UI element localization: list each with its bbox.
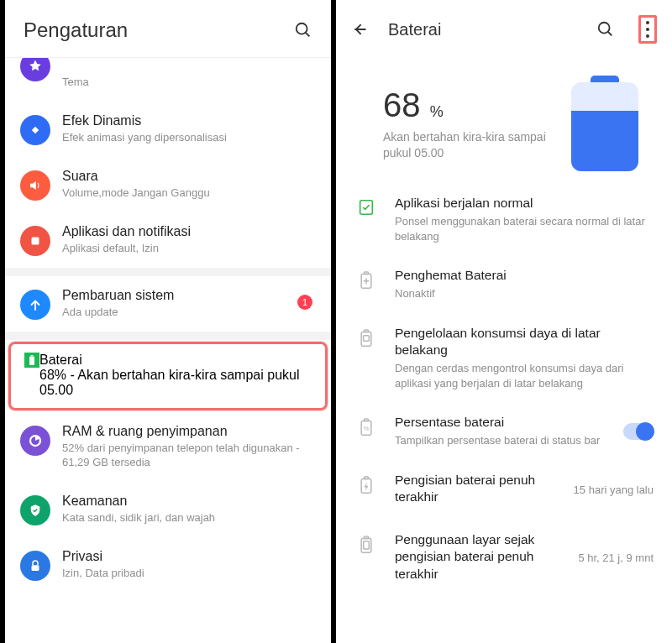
highlight-more-menu bbox=[638, 15, 657, 44]
item-subtitle: Izin, Data pribadi bbox=[62, 566, 307, 581]
highlight-baterai: Baterai 68% - Akan bertahan kira-kira sa… bbox=[8, 342, 328, 410]
update-icon bbox=[20, 290, 50, 320]
percent-toggle[interactable] bbox=[623, 423, 654, 440]
settings-item-suara[interactable]: Suara Volume,mode Jangan Ganggu bbox=[5, 157, 331, 212]
svg-line-9 bbox=[608, 32, 612, 36]
svg-rect-5 bbox=[31, 355, 34, 357]
svg-rect-3 bbox=[32, 237, 39, 244]
item-title: RAM & ruang penyimpanan bbox=[62, 424, 307, 439]
svg-text:%: % bbox=[364, 425, 370, 432]
svg-rect-15 bbox=[364, 336, 370, 342]
item-subtitle: Nonaktif bbox=[395, 286, 654, 301]
svg-rect-2 bbox=[32, 126, 39, 133]
battery-item-app-normal[interactable]: Aplikasi berjalan normal Ponsel mengguna… bbox=[336, 183, 672, 255]
item-subtitle: Tema bbox=[62, 75, 307, 90]
svg-rect-14 bbox=[365, 330, 369, 332]
item-title: Privasi bbox=[62, 549, 307, 564]
item-subtitle: Tampilkan persentase baterai di status b… bbox=[395, 433, 617, 448]
update-badge: 1 bbox=[297, 295, 312, 310]
item-subtitle: Volume,mode Jangan Ganggu bbox=[62, 186, 307, 201]
item-subtitle: Ada update bbox=[62, 305, 307, 320]
item-value: 15 hari yang lalu bbox=[574, 484, 654, 496]
item-subtitle: Dengan cerdas mengontrol konsumsi daya d… bbox=[395, 361, 654, 390]
item-title: Aplikasi dan notifikasi bbox=[62, 224, 307, 239]
item-subtitle: Aplikasi default, Izin bbox=[62, 241, 307, 256]
svg-rect-21 bbox=[361, 539, 371, 553]
settings-item-pembaruan[interactable]: Pembaruan sistem Ada update 1 bbox=[5, 276, 331, 332]
storage-icon bbox=[20, 426, 50, 456]
item-title: Keamanan bbox=[62, 494, 307, 509]
item-subtitle: Efek animasi yang dipersonalisasi bbox=[62, 130, 307, 145]
item-subtitle: Ponsel menggunakan baterai secara normal… bbox=[395, 214, 654, 243]
checklist-icon bbox=[354, 198, 378, 217]
section-gap bbox=[5, 268, 331, 276]
item-title: Aplikasi berjalan normal bbox=[395, 195, 654, 212]
item-title: Penggunaan layar sejak pengisian baterai… bbox=[395, 531, 571, 582]
item-title: Efek Dinamis bbox=[62, 113, 307, 128]
settings-item-privasi[interactable]: Privasi Izin, Data pribadi bbox=[5, 537, 331, 593]
svg-rect-12 bbox=[365, 272, 369, 274]
battery-charge-icon bbox=[354, 475, 378, 495]
settings-item-efek[interactable]: Efek Dinamis Efek animasi yang dipersona… bbox=[5, 102, 331, 157]
settings-header: Pengaturan bbox=[5, 0, 331, 57]
item-subtitle: 52% dari penyimpanan telepon telah digun… bbox=[62, 441, 307, 470]
page-title: Pengaturan bbox=[24, 18, 128, 42]
battery-graphic-icon bbox=[571, 76, 638, 171]
battery-item-pengelolaan[interactable]: Pengelolaan konsumsi daya di latar belak… bbox=[336, 313, 672, 402]
svg-rect-23 bbox=[364, 541, 370, 549]
svg-rect-22 bbox=[365, 536, 369, 539]
more-icon[interactable] bbox=[646, 21, 649, 38]
battery-item-persentase[interactable]: % Persentase baterai Tampilkan persentas… bbox=[336, 402, 672, 460]
search-icon[interactable] bbox=[596, 20, 615, 39]
security-icon bbox=[20, 495, 50, 525]
settings-item-aplikasi[interactable]: Aplikasi dan notifikasi Aplikasi default… bbox=[5, 212, 331, 268]
svg-point-0 bbox=[297, 24, 307, 34]
battery-screen: Baterai 68 % Akan bertahan kira-kira sam… bbox=[336, 0, 672, 643]
item-title: Penghemat Baterai bbox=[395, 267, 654, 284]
item-title: Pengelolaan konsumsi daya di latar belak… bbox=[395, 325, 654, 358]
privacy-icon bbox=[20, 551, 50, 581]
svg-rect-7 bbox=[32, 565, 39, 571]
search-icon[interactable] bbox=[294, 21, 312, 39]
battery-screen-icon bbox=[354, 535, 378, 555]
battery-plus-icon bbox=[354, 270, 378, 290]
apps-icon bbox=[20, 226, 50, 256]
settings-item-baterai[interactable]: Baterai 68% - Akan bertahan kira-kira sa… bbox=[24, 353, 312, 398]
battery-manage-icon bbox=[354, 328, 378, 348]
battery-header: Baterai bbox=[336, 0, 672, 55]
back-icon[interactable] bbox=[351, 21, 368, 38]
svg-rect-4 bbox=[29, 356, 34, 365]
item-title: Pengisian baterai penuh terakhir bbox=[395, 472, 567, 505]
item-title: Persentase baterai bbox=[395, 414, 617, 431]
item-subtitle: 68% - Akan bertahan kira-kira sampai puk… bbox=[39, 368, 312, 398]
page-title: Baterai bbox=[388, 20, 581, 39]
settings-screen: Pengaturan Tema Efek Dinamis Efek animas… bbox=[0, 0, 336, 643]
svg-line-1 bbox=[306, 33, 310, 37]
battery-subtitle: Akan bertahan kira-kira sampai pukul 05.… bbox=[383, 129, 571, 161]
battery-icon bbox=[24, 353, 39, 368]
section-gap bbox=[5, 332, 331, 340]
svg-rect-17 bbox=[365, 419, 369, 421]
battery-percent-icon: % bbox=[354, 417, 378, 437]
svg-rect-13 bbox=[361, 332, 371, 346]
item-title: Baterai bbox=[39, 353, 312, 368]
theme-icon bbox=[20, 58, 50, 81]
battery-item-penghemat[interactable]: Penghemat Baterai Nonaktif bbox=[336, 255, 672, 313]
item-title: Suara bbox=[62, 169, 307, 184]
settings-item-tema[interactable]: Tema bbox=[5, 58, 331, 102]
item-value: 5 hr, 21 j, 9 mnt bbox=[578, 552, 654, 564]
svg-point-8 bbox=[599, 23, 610, 34]
battery-item-layar[interactable]: Penggunaan layar sejak pengisian baterai… bbox=[336, 520, 672, 596]
settings-item-keamanan[interactable]: Keamanan Kata sandi, sidik jari, dan waj… bbox=[5, 482, 331, 537]
settings-item-ram[interactable]: RAM & ruang penyimpanan 52% dari penyimp… bbox=[5, 412, 331, 482]
battery-status-block: 68 % Akan bertahan kira-kira sampai puku… bbox=[336, 55, 672, 183]
battery-percent: 68 % bbox=[383, 86, 571, 124]
sound-icon bbox=[20, 170, 50, 201]
dynamic-icon bbox=[20, 115, 50, 145]
svg-rect-20 bbox=[365, 477, 369, 479]
battery-item-pengisian[interactable]: Pengisian baterai penuh terakhir 15 hari… bbox=[336, 460, 672, 520]
item-title: Pembaruan sistem bbox=[62, 288, 307, 303]
item-subtitle: Kata sandi, sidik jari, dan wajah bbox=[62, 510, 307, 525]
